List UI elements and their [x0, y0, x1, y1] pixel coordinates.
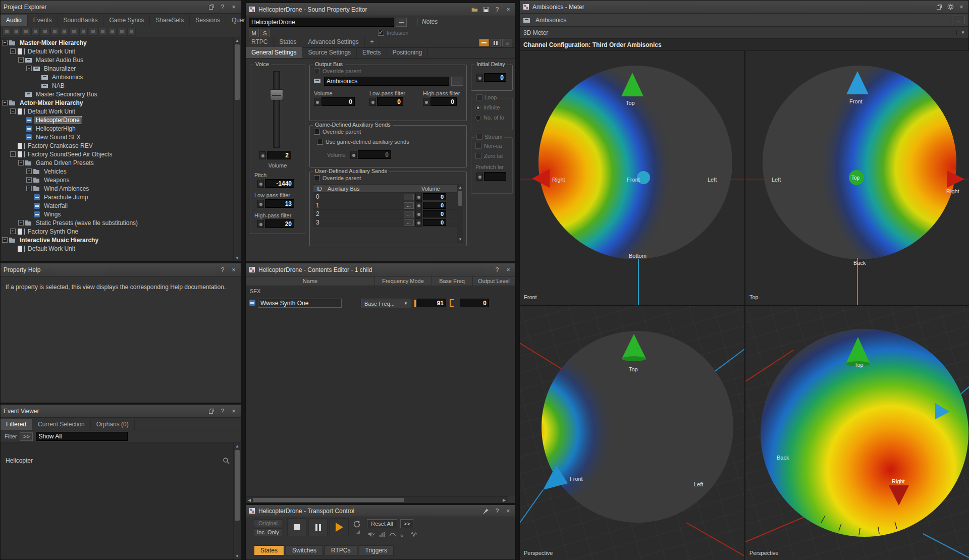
aux-volume-value[interactable]: 0 — [423, 193, 446, 200]
tab-orphans-0[interactable]: Orphans (0) — [91, 419, 135, 430]
column-header-name[interactable]: Name — [246, 276, 375, 286]
tab-rtpc[interactable]: RTPC — [246, 36, 274, 47]
tree-item[interactable]: −Master Audio Bus — [1, 55, 241, 64]
scrollbar-thumb[interactable] — [458, 191, 462, 206]
help-icon[interactable]: ? — [493, 507, 501, 515]
close-icon[interactable]: × — [957, 3, 965, 11]
tree-expander[interactable]: − — [2, 40, 8, 45]
open-folder-icon[interactable] — [471, 6, 479, 14]
toolbar-icon[interactable] — [12, 28, 21, 36]
transport-more-button[interactable]: >> — [400, 519, 413, 528]
prefetch-mini-slider[interactable] — [476, 173, 483, 181]
initial-delay-value[interactable]: 0 — [484, 73, 506, 82]
tree-expander[interactable]: − — [18, 57, 24, 63]
tree-item[interactable]: −Interactive Music Hierarchy — [1, 236, 241, 244]
corner-expand-icon[interactable] — [356, 530, 360, 534]
base-freq-value[interactable]: 91 — [417, 299, 446, 307]
highpass-mini-slider[interactable] — [257, 220, 264, 228]
layout-one-pane-button[interactable] — [479, 39, 489, 46]
tree-expander[interactable]: + — [10, 229, 16, 234]
tree-item[interactable]: New Sound SFX — [1, 133, 241, 141]
close-icon[interactable]: × — [504, 266, 512, 274]
bus-browse-button[interactable]: ... — [451, 77, 463, 86]
toolbar-icon[interactable] — [127, 28, 136, 36]
aux-volume-mini-slider[interactable] — [415, 210, 422, 218]
tab-sessions[interactable]: Sessions — [190, 15, 226, 26]
node-icon[interactable] — [400, 531, 406, 537]
scroll-up-icon[interactable]: ▲ — [457, 184, 463, 191]
tab-sharesets[interactable]: ShareSets — [150, 15, 190, 26]
tree-item[interactable]: +Wind Ambiences — [1, 184, 241, 193]
game-aux-override-checkbox[interactable]: Override parent — [314, 129, 361, 135]
toolbar-icon[interactable] — [98, 28, 107, 36]
help-icon[interactable]: ? — [493, 6, 501, 14]
initial-delay-mini-slider[interactable] — [476, 74, 483, 82]
zero-latency-checkbox[interactable]: Zero lat — [475, 153, 503, 159]
aux-bus-cell[interactable]: ... — [327, 202, 415, 209]
tree-item[interactable]: +Static Presets (wave file substitutions… — [1, 218, 241, 227]
toolbar-icon[interactable] — [60, 28, 69, 36]
aux-volume-mini-slider[interactable] — [415, 193, 422, 201]
search-icon[interactable] — [223, 457, 230, 464]
transport-tab-states[interactable]: States — [254, 545, 284, 555]
column-auxiliary-bus[interactable]: Auxiliary Bus — [328, 186, 421, 192]
output-bus-override-checkbox[interactable]: Override parent — [314, 68, 361, 74]
column-header-output-level[interactable]: Output Level — [473, 276, 515, 286]
aux-bus-cell[interactable]: ... — [327, 211, 415, 217]
event-item[interactable]: Helicopter — [1, 456, 241, 465]
tree-item[interactable]: −Master-Mixer Hierarchy — [1, 38, 241, 47]
toolbar-icon[interactable] — [50, 28, 59, 36]
tab-events[interactable]: Events — [28, 15, 58, 26]
pitch-value[interactable]: -1440 — [265, 179, 294, 188]
link-indicator[interactable] — [450, 299, 454, 307]
toolbar-icon[interactable] — [89, 28, 97, 36]
output-bus-field[interactable]: Ambisonics — [324, 77, 449, 86]
scrollbar-thumb[interactable] — [253, 498, 404, 502]
bus-volume-mini-slider[interactable] — [314, 98, 320, 106]
transport-tab-rtpcs[interactable]: RTPCs — [325, 545, 357, 555]
tab-positioning[interactable]: Positioning — [387, 47, 428, 58]
aux-browse-button[interactable]: ... — [404, 194, 414, 200]
layout-two-pane-button[interactable] — [491, 39, 501, 46]
tree-item[interactable]: +Factory Synth One — [1, 227, 241, 236]
toolbar-icon[interactable] — [31, 28, 40, 36]
toolbar-icon[interactable] — [118, 28, 126, 36]
tree-item[interactable]: −Default Work Unit — [1, 47, 241, 55]
lowpass-mini-slider[interactable] — [257, 200, 264, 208]
tree-item[interactable]: Wings — [1, 210, 241, 218]
aux-volume-mini-slider[interactable] — [415, 218, 422, 227]
save-icon[interactable] — [482, 6, 490, 14]
tab-states[interactable]: States — [274, 36, 302, 47]
highpass-value[interactable]: 20 — [265, 219, 294, 228]
bus-highpass-mini-slider[interactable] — [423, 98, 429, 106]
tree-item[interactable]: NAB — [1, 81, 241, 90]
tree-scrollbar[interactable]: ▲ ▼ — [233, 37, 241, 261]
frequency-mode-dropdown[interactable]: Base Freq...▼ — [361, 299, 411, 308]
original-button[interactable]: Original — [254, 519, 282, 527]
aux-bus-cell[interactable]: ... — [327, 219, 415, 226]
loop-playback-icon[interactable] — [353, 520, 362, 528]
game-aux-volume-mini-slider[interactable] — [350, 151, 357, 159]
tree-item[interactable]: −Binauralizer — [1, 64, 241, 73]
event-list-scrollbar[interactable]: ▲ ▼ — [233, 443, 241, 559]
meter-mode-dropdown[interactable]: 3D Meter ▼ — [520, 27, 968, 39]
stop-button[interactable] — [287, 518, 306, 536]
scroll-up-icon[interactable]: ▲ — [234, 37, 241, 44]
meter-view-top[interactable]: Front Left Top Right Back Top — [745, 51, 969, 305]
meter-view-front[interactable]: Top Right Front Left Bottom Front — [520, 51, 744, 305]
scroll-up-icon[interactable]: ▲ — [234, 443, 241, 450]
aux-table-scrollbar[interactable]: ▲ ▼ — [457, 184, 463, 243]
gear-icon[interactable] — [946, 3, 954, 11]
volume-slider-handle[interactable] — [270, 89, 283, 100]
tree-expander[interactable]: + — [18, 220, 24, 226]
scroll-left-icon[interactable]: ◀ — [246, 498, 253, 502]
aux-browse-button[interactable]: ... — [404, 211, 414, 217]
bus-lowpass-value[interactable]: 0 — [377, 97, 403, 106]
popout-icon[interactable] — [207, 3, 216, 11]
popout-icon[interactable] — [207, 407, 216, 415]
scroll-down-icon[interactable]: ▼ — [234, 255, 241, 261]
tree-item[interactable]: Master Secondary Bus — [1, 90, 241, 98]
tree-expander[interactable]: + — [26, 169, 32, 174]
tree-item[interactable]: +Vehicles — [1, 167, 241, 176]
loop-infinite-radio[interactable]: Infinite — [475, 104, 500, 110]
